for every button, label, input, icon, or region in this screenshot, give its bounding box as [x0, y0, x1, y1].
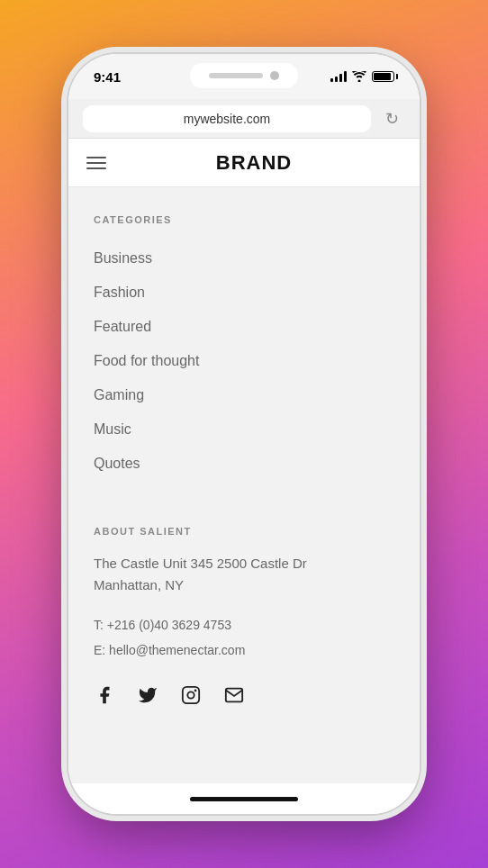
signal-icon [330, 71, 347, 82]
address-line1: The Castle Unit 345 2500 Castle Dr [94, 556, 307, 571]
about-contact: T: +216 (0)40 3629 4753 E: hello@themene… [94, 612, 394, 663]
phone-shell: 9:41 mywebsite.com ↻ [68, 54, 420, 814]
main-area: CATEGORIES Business Fashion Featured Foo… [68, 187, 420, 751]
svg-point-2 [194, 690, 197, 692]
category-link-gaming[interactable]: Gaming [94, 387, 144, 402]
about-heading: ABOUT SALIENT [94, 526, 394, 537]
status-bar: 9:41 [68, 54, 420, 99]
about-address: The Castle Unit 345 2500 Castle Dr Manha… [94, 553, 394, 596]
email-address: E: hello@themenectar.com [94, 637, 394, 663]
category-list: Business Fashion Featured Food for thoug… [94, 241, 394, 481]
url-text: mywebsite.com [184, 112, 270, 126]
site-brand: BRAND [106, 151, 402, 175]
notch [190, 63, 298, 88]
facebook-icon[interactable] [94, 684, 115, 706]
address-line2: Manhattan, NY [94, 577, 184, 592]
list-item: Gaming [94, 378, 394, 412]
category-link-music[interactable]: Music [94, 421, 131, 437]
categories-heading: CATEGORIES [94, 214, 394, 225]
home-bar [190, 797, 298, 801]
refresh-button[interactable]: ↻ [378, 105, 405, 132]
list-item: Music [94, 412, 394, 447]
category-link-food-for-thought[interactable]: Food for thought [94, 353, 199, 368]
notch-camera [270, 71, 279, 80]
page-content: BRAND CATEGORIES Business Fashion Featur… [68, 139, 420, 783]
about-section: ABOUT SALIENT The Castle Unit 345 2500 C… [68, 499, 420, 724]
home-indicator [68, 783, 420, 814]
list-item: Quotes [94, 447, 394, 481]
category-link-fashion[interactable]: Fashion [94, 285, 145, 300]
list-item: Business [94, 241, 394, 276]
list-item: Fashion [94, 276, 394, 310]
email-icon[interactable] [223, 684, 245, 706]
twitter-icon[interactable] [137, 684, 158, 706]
list-item: Featured [94, 310, 394, 344]
battery-icon [372, 71, 394, 82]
category-link-featured[interactable]: Featured [94, 319, 151, 334]
categories-section: CATEGORIES Business Fashion Featured Foo… [68, 187, 420, 490]
svg-rect-0 [183, 687, 199, 703]
list-item: Food for thought [94, 344, 394, 378]
svg-point-1 [187, 692, 194, 698]
wifi-icon [352, 71, 366, 82]
hamburger-icon[interactable] [86, 157, 106, 169]
browser-bar: mywebsite.com ↻ [68, 99, 420, 139]
phone-number: T: +216 (0)40 3629 4753 [94, 612, 394, 637]
status-right-icons [330, 71, 394, 82]
url-bar[interactable]: mywebsite.com [83, 105, 371, 132]
social-icons [94, 684, 394, 706]
status-time: 9:41 [94, 69, 121, 85]
instagram-icon[interactable] [180, 684, 202, 706]
site-nav: BRAND [68, 139, 420, 187]
category-link-business[interactable]: Business [94, 250, 152, 266]
notch-speaker [209, 73, 263, 78]
category-link-quotes[interactable]: Quotes [94, 456, 140, 471]
